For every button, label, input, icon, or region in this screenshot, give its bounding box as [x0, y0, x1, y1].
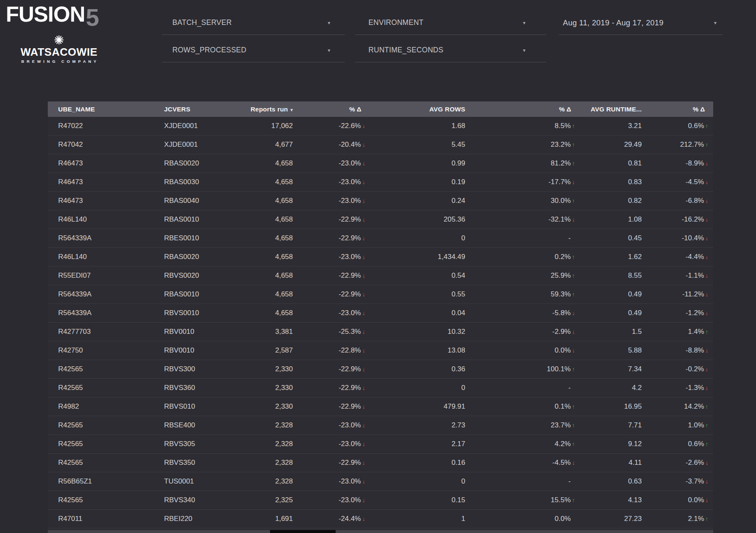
up-arrow-icon: ↑	[705, 403, 711, 410]
up-arrow-icon: ↑	[572, 441, 577, 447]
runtime-seconds-filter[interactable]: RUNTIME_SECONDS ▾	[355, 39, 546, 62]
delta-reports-cell: -25.3%↓	[293, 328, 368, 336]
table-row[interactable]: R564339ARBVS00104,658-23.0%↓0.04-5.8%↓0.…	[48, 304, 713, 323]
down-arrow-icon: ↓	[362, 123, 368, 129]
jcvers-cell: RBAS0020	[164, 253, 231, 261]
ube-name-cell: R564339A	[48, 290, 164, 299]
reports-run-cell: 4,658	[231, 271, 293, 280]
ube-name-cell: R47022	[48, 122, 164, 130]
avg-rows-cell: 0.99	[368, 159, 465, 168]
down-arrow-icon: ↓	[705, 216, 711, 223]
delta-runtime-cell: -8.9%↓	[642, 159, 713, 168]
table-row[interactable]: R42565RBVS3502,328-22.9%↓0.16-4.5%↓4.11-…	[48, 454, 713, 472]
table-row[interactable]: R46L140RBAS00104,658-22.9%↓205.36-32.1%↓…	[48, 210, 713, 229]
table-row[interactable]: R46L140RBAS00204,658-23.0%↓1,434.490.2%↑…	[48, 248, 713, 266]
delta-reports-cell: -22.9%↓	[293, 402, 368, 411]
reports-run-cell: 3,381	[231, 328, 293, 336]
avg-rows-cell: 0.36	[368, 365, 465, 373]
jcvers-cell: RBVS340	[164, 496, 231, 504]
rows-processed-filter[interactable]: ROWS_PROCESSED ▾	[162, 39, 345, 62]
table-row[interactable]: R46473RBAS00404,658-23.0%↓0.2430.0%↑0.82…	[48, 192, 713, 210]
column-header-avg-runtime[interactable]: AVG RUNTIME...	[577, 106, 642, 113]
column-header-jcvers[interactable]: JCVERS	[164, 106, 231, 113]
delta-avg-rows-cell: -	[465, 384, 577, 392]
horizontal-scrollbar-thumb[interactable]	[270, 530, 336, 533]
table-row[interactable]: R46473RBAS00304,658-23.0%↓0.19-17.7%↓0.8…	[48, 173, 713, 192]
column-header-delta-runtime[interactable]: % Δ	[642, 106, 713, 113]
runtime-seconds-filter-label: RUNTIME_SECONDS	[368, 46, 444, 54]
table-row[interactable]: R42565RBVS3602,330-22.9%↓0-4.2-1.3%↓	[48, 379, 713, 397]
column-header-ube-name[interactable]: UBE_NAME	[48, 106, 164, 113]
delta-value: -23.0%	[339, 477, 361, 485]
table-body: R47022XJDE000117,062-22.6%↓1.688.5%↑3.21…	[48, 117, 713, 533]
table-header: UBE_NAMEJCVERSReports run▾% ΔAVG ROWS% Δ…	[48, 101, 713, 117]
date-range-filter[interactable]: Aug 11, 2019 - Aug 17, 2019 ▾	[559, 11, 723, 35]
delta-reports-cell: -23.0%↓	[293, 253, 368, 261]
down-arrow-icon: ↓	[362, 254, 368, 260]
jcvers-cell: RBSE400	[164, 421, 231, 429]
reports-run-cell: 4,658	[231, 215, 293, 224]
avg-runtime-cell: 4.2	[577, 384, 642, 392]
down-arrow-icon: ↓	[362, 422, 368, 429]
delta-avg-rows-cell: 81.2%↑	[465, 159, 577, 168]
avg-rows-cell: 0	[368, 477, 465, 486]
table-row[interactable]: R42565RBSE4002,328-23.0%↓2.7323.7%↑7.711…	[48, 416, 713, 435]
down-arrow-icon: ↓	[705, 254, 711, 260]
rows-processed-filter-label: ROWS_PROCESSED	[172, 46, 246, 54]
reports-run-cell: 2,330	[231, 365, 293, 373]
avg-rows-cell: 205.36	[368, 215, 465, 224]
jcvers-cell: RBVS0020	[164, 271, 231, 280]
table-row[interactable]: R564339ARBAS00104,658-22.9%↓0.5559.3%↑0.…	[48, 285, 713, 304]
table-row[interactable]: R56B65Z1TUS00012,328-23.0%↓0-0.63-3.7%↓	[48, 472, 713, 491]
table-row[interactable]: R4982RBVS0102,330-22.9%↓479.910.1%↑16.95…	[48, 397, 713, 416]
column-header-label: % Δ	[693, 106, 705, 113]
delta-value: -22.8%	[339, 346, 361, 354]
column-header-avg-rows[interactable]: AVG ROWS	[368, 106, 465, 113]
environment-filter[interactable]: ENVIRONMENT ▾	[355, 11, 546, 35]
up-arrow-icon: ↑	[572, 366, 577, 373]
table-row[interactable]: R46473RBAS00204,658-23.0%↓0.9981.2%↑0.81…	[48, 154, 713, 173]
delta-value: -23.0%	[339, 421, 361, 429]
horizontal-scrollbar-track[interactable]	[48, 530, 713, 533]
delta-value: -8.9%	[686, 159, 704, 167]
delta-avg-rows-cell: 59.3%↑	[465, 290, 577, 299]
table-row[interactable]: R42565RBVS3052,328-23.0%↓2.174.2%↑9.120.…	[48, 435, 713, 454]
up-arrow-icon: ↑	[572, 160, 577, 167]
table-row[interactable]: R42565RBVS3402,325-23.0%↓0.1515.5%↑4.130…	[48, 491, 713, 510]
delta-value: 100.1%	[547, 365, 571, 373]
table-row[interactable]: R47042XJDE00014,677-20.4%↓5.4523.2%↑29.4…	[48, 136, 713, 154]
delta-avg-rows-cell: 100.1%↑	[465, 365, 577, 373]
ube-name-cell: R42565	[48, 440, 164, 448]
table-row[interactable]: R47022XJDE000117,062-22.6%↓1.688.5%↑3.21…	[48, 117, 713, 136]
down-arrow-icon: ↓	[705, 235, 711, 242]
column-header-delta-reports[interactable]: % Δ	[293, 106, 368, 113]
avg-runtime-cell: 0.49	[577, 290, 642, 299]
avg-runtime-cell: 8.55	[577, 271, 642, 280]
delta-value: -22.9%	[339, 234, 361, 242]
up-arrow-icon: ↑	[572, 272, 577, 279]
ube-name-cell: R42565	[48, 421, 164, 429]
delta-avg-rows-cell: 0.0%↓	[465, 346, 577, 355]
table-row[interactable]: R47011RBEI2201,691-24.4%↓10.0%27.232.1%↑	[48, 510, 713, 528]
delta-value: -23.0%	[339, 309, 361, 317]
delta-reports-cell: -23.0%↓	[293, 178, 368, 186]
table-row[interactable]: R564339ARBES00104,658-22.9%↓0-0.45-10.4%…	[48, 229, 713, 248]
delta-runtime-cell: -10.4%↓	[642, 234, 713, 242]
delta-avg-rows-cell: 8.5%↑	[465, 122, 577, 130]
delta-runtime-cell: -16.2%↓	[642, 215, 713, 224]
batch-server-filter[interactable]: BATCH_SERVER ▾	[162, 11, 345, 35]
column-header-reports-run[interactable]: Reports run▾	[231, 106, 293, 113]
table-row[interactable]: R4277703RBV00103,381-25.3%↓10.32-2.9%↓1.…	[48, 323, 713, 341]
table-row[interactable]: R42750RBV00102,587-22.8%↓13.080.0%↓5.88-…	[48, 341, 713, 360]
delta-runtime-cell: -6.8%↓	[642, 197, 713, 205]
avg-runtime-cell: 1.62	[577, 253, 642, 261]
delta-reports-cell: -23.0%↓	[293, 159, 368, 168]
delta-avg-rows-cell: -2.9%↓	[465, 328, 577, 336]
delta-value: -0.2%	[686, 365, 704, 373]
column-header-delta-avg-rows[interactable]: % Δ	[465, 106, 577, 113]
avg-rows-cell: 0	[368, 384, 465, 392]
table-row[interactable]: R55EDI07RBVS00204,658-22.9%↓0.5425.9%↑8.…	[48, 266, 713, 285]
table-row[interactable]: R42565RBVS3002,330-22.9%↓0.36100.1%↑7.34…	[48, 360, 713, 379]
delta-value: -20.4%	[339, 141, 361, 148]
delta-value: -22.9%	[339, 271, 361, 279]
